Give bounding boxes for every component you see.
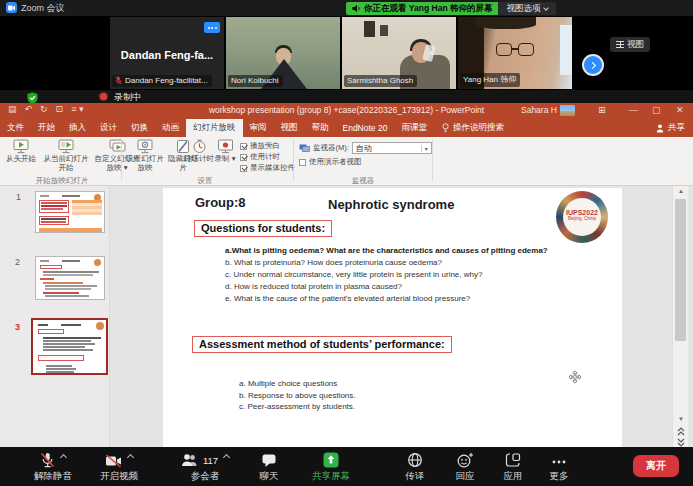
slide-canvas[interactable]: Group:8 Nephrotic syndrome IUPS2022 Beij… xyxy=(163,188,622,447)
minimize-button[interactable]: — xyxy=(629,105,638,115)
share-screen-button[interactable]: 共享屏幕 xyxy=(296,451,366,483)
caret-up-icon[interactable] xyxy=(223,454,230,461)
globe-icon xyxy=(407,452,423,468)
from-current-slide-button[interactable]: 从当前幻灯片开始 xyxy=(40,139,92,172)
checkbox-presenter-view[interactable]: 使用演示者视图 xyxy=(299,157,362,167)
account-avatar[interactable] xyxy=(560,105,575,116)
slide-title: Nephrotic syndrome xyxy=(328,197,454,212)
tab-file[interactable]: 文件 xyxy=(0,119,31,137)
double-chevron-up-icon xyxy=(677,427,685,436)
gallery-view-icon xyxy=(616,41,624,48)
vertical-scrollbar[interactable]: ▲ ▼ xyxy=(672,186,688,447)
view-options-label: 视图选项 xyxy=(506,3,540,15)
checkbox-checked-icon xyxy=(240,154,247,161)
play-slideshow-icon xyxy=(12,139,30,154)
tile-more-button[interactable] xyxy=(204,22,220,33)
speaker-icon xyxy=(352,4,361,13)
scrollbar-thumb[interactable] xyxy=(675,199,686,341)
slide-group-label: Group:8 xyxy=(195,195,246,210)
apps-icon xyxy=(505,452,521,468)
logo-text: IUPS2022 xyxy=(563,209,601,216)
video-tile-sarmishtha[interactable]: Sarmishtha Ghosh xyxy=(342,17,456,89)
caret-up-icon[interactable] xyxy=(127,454,134,461)
question-item: e. What is the cause of the patient's el… xyxy=(225,293,548,305)
monitor-icon xyxy=(299,144,310,153)
previous-slide-button[interactable] xyxy=(673,425,689,436)
tab-insert[interactable]: 插入 xyxy=(62,119,93,137)
tab-home[interactable]: 开始 xyxy=(31,119,62,137)
more-dots-icon xyxy=(551,454,567,468)
tab-slideshow[interactable]: 幻灯片放映 xyxy=(186,119,243,137)
assessment-header: Assessment method of students’ performan… xyxy=(192,336,452,353)
share-button[interactable]: 共享 xyxy=(656,119,685,137)
tab-transitions[interactable]: 切换 xyxy=(124,119,155,137)
mic-muted-icon xyxy=(115,76,122,85)
checkbox-play-narrations[interactable]: 播放旁白 xyxy=(240,141,280,151)
video-tile-nori[interactable]: Nori Koibuchi xyxy=(226,17,340,89)
slide-thumbnail-3[interactable] xyxy=(31,318,108,375)
ppt-titlebar: ▤ ↶ ↻ ⊡ ≡ ▾ workshop presentation (group… xyxy=(0,103,693,119)
caret-up-icon[interactable] xyxy=(60,454,67,461)
close-button[interactable]: ✕ xyxy=(676,105,684,115)
screen-share-banner: 你正在观看 Yang Han 韩仰的屏幕 视图选项 xyxy=(346,2,556,15)
recording-bar: 录制中 xyxy=(0,90,693,103)
chat-button[interactable]: 聊天 xyxy=(246,451,292,483)
assessment-item: a. Multiple choice questions xyxy=(239,378,356,390)
scroll-down-button[interactable]: ▼ xyxy=(673,414,689,425)
interpretation-button[interactable]: 传译 xyxy=(390,451,440,483)
slide-thumbnail-panel[interactable]: 1 2 xyxy=(0,186,110,447)
ribbon-slideshow: 从头开始 从当前幻灯片开始 自定义幻灯片放映 ▾ 设置幻灯片放映 隐藏幻灯片 排… xyxy=(0,137,693,186)
view-button[interactable]: 视图 xyxy=(610,37,650,52)
checkbox-checked-icon xyxy=(240,165,247,172)
question-item: b. What is proteinuria? How does protein… xyxy=(225,257,548,269)
slide-thumbnail-1[interactable] xyxy=(35,191,105,233)
iups-logo: IUPS2022 Beijing, China xyxy=(556,191,608,243)
record-slideshow-button[interactable]: 录制 ▾ xyxy=(212,139,238,164)
group-label-setup: 设置 xyxy=(160,176,250,186)
leave-button[interactable]: 离开 xyxy=(633,455,679,477)
banner-text: 你正在观看 Yang Han 韩仰的屏幕 xyxy=(364,3,492,15)
double-chevron-down-icon xyxy=(677,438,685,447)
tab-design[interactable]: 设计 xyxy=(93,119,124,137)
checkbox-unchecked-icon xyxy=(299,159,306,166)
participant-name-label: Yang Han 韩仰 xyxy=(460,73,520,87)
tab-animations[interactable]: 动画 xyxy=(155,119,186,137)
view-options-button[interactable]: 视图选项 xyxy=(498,2,556,15)
scroll-up-button[interactable]: ▲ xyxy=(673,186,689,197)
tab-view[interactable]: 视图 xyxy=(274,119,305,137)
slide-thumbnail-2[interactable] xyxy=(35,256,105,300)
ppt-work-area: 1 2 xyxy=(0,186,693,447)
monitor-dropdown[interactable]: 自动 ▾ xyxy=(352,142,432,154)
tab-rain-classroom[interactable]: 雨课堂 xyxy=(394,119,434,137)
account-name[interactable]: Sahara H xyxy=(521,105,557,115)
tab-help[interactable]: 帮助 xyxy=(305,119,336,137)
tab-review[interactable]: 审阅 xyxy=(243,119,274,137)
person-icon xyxy=(656,124,664,133)
checkbox-show-media-controls[interactable]: 显示媒体控件 xyxy=(240,163,295,173)
apps-button[interactable]: 应用 xyxy=(490,451,536,483)
video-tile-yang-han[interactable]: Yang Han 韩仰 xyxy=(458,17,572,89)
recording-dot-icon xyxy=(100,93,107,100)
assessment-list: a. Multiple choice questions b. Response… xyxy=(239,378,356,413)
tell-me-search[interactable]: 操作说明搜索 xyxy=(434,119,512,137)
participants-button[interactable]: 117 参会者 xyxy=(166,451,244,483)
chevron-down-icon xyxy=(544,5,550,11)
tab-endnote[interactable]: EndNote 20 xyxy=(336,119,395,137)
lightbulb-icon xyxy=(442,123,449,133)
video-tile-dandan[interactable]: Dandan Feng-fa... Dandan Feng-facilitat.… xyxy=(110,17,224,89)
start-video-button[interactable]: 开启视频 xyxy=(86,451,152,483)
more-button[interactable]: 更多 xyxy=(536,451,582,483)
dropdown-arrow-icon: ▾ xyxy=(421,145,428,152)
from-beginning-button[interactable]: 从头开始 xyxy=(2,139,40,164)
video-strip: Dandan Feng-fa... Dandan Feng-facilitat.… xyxy=(0,16,693,90)
next-participants-button[interactable] xyxy=(584,56,602,74)
unmute-button[interactable]: 解除静音 xyxy=(20,451,86,483)
slide-number: 3 xyxy=(15,322,20,332)
setup-slideshow-button[interactable]: 设置幻灯片放映 xyxy=(124,139,166,172)
checkbox-use-timings[interactable]: 使用计时 xyxy=(240,152,280,162)
restore-button[interactable]: ▢ xyxy=(652,105,661,115)
reactions-button[interactable]: 回应 xyxy=(440,451,490,483)
zoom-meeting-window: Zoom 会议 你正在观看 Yang Han 韩仰的屏幕 视图选项 Dandan… xyxy=(0,0,693,486)
ribbon-display-options-icon[interactable]: ⊞ xyxy=(598,105,606,115)
next-slide-button[interactable] xyxy=(673,436,689,447)
